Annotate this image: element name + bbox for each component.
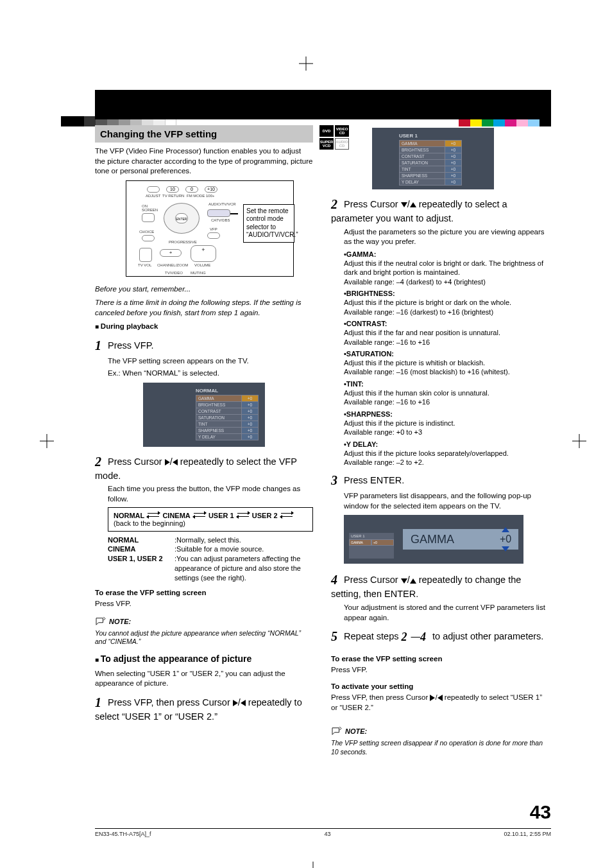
step2-body: Each time you press the button, the VFP … [108,484,313,504]
cycle-arrow-icon [281,512,293,518]
badge-vcd: VIDEO CD [335,125,349,137]
cycle-arrow-icon [194,512,205,518]
vfp-table-normal: NORMAL GAMMA+0 BRIGHTNESS+0 CONTRAST+0 S… [196,388,259,440]
cursor-left-icon [241,700,246,706]
crosshair-icon [572,434,586,448]
vfp-table-user1: USER 1 GAMMA+0 BRIGHTNESS+0 CONTRAST+0 S… [399,133,462,186]
right-column: USER 1 GAMMA+0 BRIGHTNESS+0 CONTRAST+0 S… [331,125,549,763]
page-number: 43 [530,801,551,823]
footer-filename: EN33-45.TH-A75[A]_f [95,831,151,837]
r-step2-a: Press Cursor [344,199,401,209]
step2-head: 2 Press Cursor / repeatedly to select th… [95,453,313,482]
r-step4-head: 4 Press Cursor / repeatedly to change th… [331,571,549,600]
rlabel-progressive: PROGRESSIVE [169,240,197,244]
r-step1-a: Press VFP, then press Cursor [108,697,233,707]
rlabel-onscreen: ON SCREEN [142,204,161,212]
footer-timestamp: 02.10.11, 2:55 PM [504,831,551,837]
vfp-screenshot-normal: NORMAL GAMMA+0 BRIGHTNESS+0 CONTRAST+0 S… [143,383,265,447]
r-step5-a: Repeat steps [344,631,401,641]
cursor-left-icon [438,695,443,701]
adjust-body: When selecting “USER 1” or “USER 2,” you… [95,669,313,689]
remote-btn-choice [142,235,155,241]
remote-channel: + [160,249,182,257]
page-content: Changing the VFP setting DVD VIDEO CD SU… [95,125,549,763]
rlabel-tvvol: TV VOL [138,263,151,267]
step2-text-a: Press Cursor [108,456,165,467]
cursor-down-icon [401,202,407,207]
r-step4-num: 4 [331,573,337,587]
r-step1-num: 1 [95,695,101,709]
erase-right-body: Press VFP. [331,665,549,675]
cursor-up-icon [410,578,416,584]
adjust-head: To adjust the appearance of picture [95,653,313,665]
r-step3-body: VFP parameters list disappears, and the … [344,491,549,511]
step1-num: 1 [95,338,101,352]
vfp-user1-title: USER 1 [399,133,462,139]
rlabel-muting: MUTING [191,271,206,275]
step1-ex: Ex.: When “NORMAL” is selected. [108,369,313,379]
cursor-right-icon [165,459,170,465]
remote-callout: Set the remote control mode selector to … [243,204,294,243]
r-step5-num: 5 [331,629,337,643]
remote-enter: ENTER [175,213,188,223]
r-step3-head: 3 Press ENTER. [331,472,549,489]
erase-left-body: Press VFP. [95,599,313,609]
rlabel-fmmode: FM MODE [187,194,205,198]
parameter-list: GAMMA:Adjust this if the neutral color i… [344,250,549,467]
before-head: Before you start, remember... [95,284,313,295]
left-column: Changing the VFP setting DVD VIDEO CD SU… [95,125,313,763]
section-title-text: Changing the VFP setting [100,128,217,139]
intro-paragraph: The VFP (Video Fine Processor) function … [95,146,313,177]
step1-body: The VFP setting screen appears on the TV… [108,356,313,367]
popup-label: GAMMA [403,533,493,546]
remote-btn-0: 0 [185,186,198,193]
activate-body: Press VFP, then press Cursor / repeatedl… [331,693,549,713]
rlabel-adjust: ADJUST [146,194,160,198]
note-label: NOTE: [95,617,131,626]
r-step5-head: 5 Repeat steps 2—4 to adjust other param… [331,628,549,645]
remote-btn-onscreen [142,213,155,222]
vfp-popup-screenshot: USER 1 GAMMA+0 GAMMA +0 [344,515,523,564]
crosshair-icon [306,862,320,868]
page-footer: EN33-45.TH-A75[A]_f 43 02.10.11, 2:55 PM [95,828,551,837]
erase-left-head: To erase the VFP setting screen [95,588,313,598]
note-icon [331,727,343,736]
note-label: NOTE: [331,727,367,736]
erase-right-head: To erase the VFP setting screen [331,654,549,664]
r-step2-body: Adjust the parameters so the picture you… [344,227,549,247]
note-icon [95,617,106,626]
remote-tvvol [139,248,152,262]
during-playback: During playback [95,322,313,332]
popup-mini-preview: USER 1 GAMMA+0 [349,533,394,559]
r-step3-text: Press ENTER. [344,475,404,485]
footer-pagenum: 43 [324,831,330,837]
rlabel-choice: CHOICE [139,230,154,234]
remote-btn-10: 10 [166,186,179,193]
rlabel-channel: CHANNEL/ZOOM [157,263,188,267]
r-step5-b: to adjust other parameters. [430,631,543,641]
header-black-band [95,90,551,119]
remote-btn [147,186,160,193]
step1-head: 1 Press VFP. [95,337,313,354]
mode-cycle-box: NORMAL CINEMA USER 1 USER 2 (back to the… [108,507,313,532]
remote-btn-plus10: +10 [205,186,217,193]
cursor-down-icon [401,578,407,584]
note1-text: You cannot adjust the picture appearance… [95,629,313,647]
rlabel-100: 100+ [206,194,215,198]
rlabel-audiotvvcr: AUDIO/TV/VCR [208,202,230,206]
section-title: Changing the VFP setting DVD VIDEO CD SU… [95,125,313,143]
disc-badges: DVD VIDEO CD SUPER VCD AUDIO CD [319,125,349,150]
rlabel-volume: VOLUME [194,263,210,267]
step2-num: 2 [95,455,101,469]
mode-definitions: NORMAL:Normally, select this. CINEMA:Sui… [108,535,313,583]
crosshair-icon [299,56,313,71]
remote-mode-selector [207,209,230,217]
cursor-up-icon [410,202,416,207]
badge-cd: AUDIO CD [335,138,349,150]
popup-bar: GAMMA +0 [403,529,518,550]
r-step2-head: 2 Press Cursor / repeatedly to select a … [331,196,549,225]
remote-btn-vfp [207,232,220,239]
r-step2-num: 2 [331,197,337,211]
cursor-left-icon [173,459,178,465]
rlabel-vfp: VFP [210,227,217,231]
